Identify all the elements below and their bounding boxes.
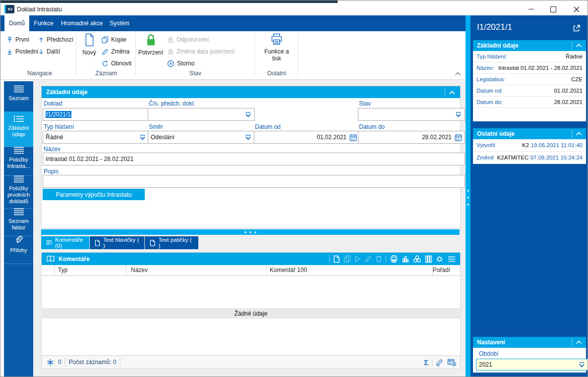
doklad-input[interactable]: I1/2021/1 bbox=[43, 108, 149, 121]
vertical-splitter[interactable] bbox=[466, 15, 470, 377]
tab-komentare[interactable]: Komentáře (0) bbox=[41, 236, 89, 249]
tab-hromadne-akce[interactable]: Hromadné akce bbox=[58, 15, 106, 31]
maximize-button[interactable] bbox=[545, 3, 562, 15]
refresh-button[interactable]: Obnovit bbox=[102, 59, 131, 68]
cancel-document-label: Storno bbox=[177, 60, 194, 67]
stav-input[interactable] bbox=[358, 108, 465, 121]
dropdown-lookup-icon[interactable] bbox=[244, 134, 252, 141]
popis-input[interactable] bbox=[43, 175, 465, 188]
tab-text-paticky[interactable]: Text patičky ( ) bbox=[145, 236, 198, 249]
parametry-vypoctu-button[interactable]: Parametry výpočtu Intrastatu bbox=[43, 189, 145, 200]
first-record-button[interactable]: První bbox=[6, 35, 29, 44]
preview-row: Název: Intrastat 01.02.2021 - 28.02.2021 bbox=[473, 62, 586, 74]
comments-grid-title: Komentáře bbox=[59, 256, 90, 263]
minimize-button[interactable] bbox=[523, 3, 539, 15]
typ-hlaseni-input[interactable]: Řádné bbox=[43, 131, 149, 144]
collapse-chevron-icon[interactable] bbox=[576, 340, 582, 344]
sum-sigma-icon[interactable]: Σ bbox=[424, 358, 428, 367]
column-header-komentar[interactable]: Komentář 100 bbox=[270, 267, 307, 273]
dropdown-lookup-icon[interactable] bbox=[455, 111, 462, 118]
tab-domu[interactable]: Domů bbox=[4, 15, 29, 31]
column-header-nazev[interactable]: Název bbox=[131, 267, 148, 273]
tab-funkce[interactable]: Funkce bbox=[31, 15, 56, 31]
calendar-icon[interactable] bbox=[455, 134, 462, 141]
open-detail-button[interactable] bbox=[572, 24, 581, 33]
edit-record-button[interactable]: Změna bbox=[102, 47, 129, 56]
sidebar-item-zakladni-udaje[interactable]: Základní údaje bbox=[4, 111, 33, 147]
datum-do-input[interactable]: 28.02.2021 bbox=[358, 131, 465, 144]
sidebar-item-prilohy[interactable]: Přílohy bbox=[4, 232, 33, 264]
datum-do-value: 28.02.2021 bbox=[422, 134, 452, 141]
grid-footer: 0 Počet záznamů: 0 Σ bbox=[42, 355, 460, 369]
next-record-button[interactable]: Další bbox=[38, 47, 60, 56]
last-record-button[interactable]: Poslední bbox=[6, 47, 39, 56]
flag-asterisk-icon[interactable] bbox=[47, 359, 54, 366]
tab-domu-label: Domů bbox=[9, 20, 25, 27]
predch-dokl-label: Čís. předch. dokl. bbox=[149, 100, 195, 107]
chevron-up-icon bbox=[455, 72, 461, 76]
collapse-chevron-icon[interactable] bbox=[576, 132, 582, 136]
close-icon bbox=[574, 6, 580, 12]
preview-settings-body: Období 2021 bbox=[473, 348, 586, 373]
chart-icon[interactable] bbox=[402, 255, 410, 263]
dropdown-lookup-icon[interactable] bbox=[578, 362, 586, 368]
ribbon-group-divider bbox=[254, 33, 255, 76]
nazev-label: Název bbox=[44, 146, 60, 153]
dropdown-lookup-icon[interactable] bbox=[244, 111, 252, 118]
datum-od-input[interactable]: 01.02.2021 bbox=[254, 131, 360, 144]
created-by-user: K2 bbox=[522, 142, 529, 148]
new-row-icon[interactable] bbox=[333, 255, 340, 263]
ribbon-group-navigace-label: Navigace bbox=[3, 69, 76, 78]
add-record-grid-icon[interactable] bbox=[447, 358, 456, 366]
sidebar-item-label: Položky prvotních dokladů bbox=[4, 185, 33, 205]
preview-basic-body: Typ hlášení: Řádné Název: Intrastat 01.0… bbox=[473, 51, 586, 121]
nazev-input[interactable]: Intrastat 01.02.2021 - 28.02.2021 bbox=[43, 153, 465, 165]
splitter-dot bbox=[467, 190, 469, 192]
sidebar-item-polozky-prvotnich-dokladu[interactable]: Položky prvotních dokladů bbox=[4, 171, 33, 209]
calendar-icon[interactable] bbox=[350, 134, 357, 141]
sidebar-item-label: Základní údaje bbox=[4, 125, 33, 138]
copy-record-button[interactable]: Kopie bbox=[102, 35, 126, 44]
print-grid-icon[interactable] bbox=[390, 255, 398, 263]
quick-edit-icon[interactable] bbox=[436, 359, 443, 366]
edit-row-icon bbox=[364, 255, 372, 263]
divider bbox=[572, 338, 572, 346]
grid-menu-icon[interactable] bbox=[448, 256, 456, 262]
new-record-button[interactable]: Nový bbox=[78, 33, 101, 56]
splitter-dot bbox=[254, 231, 256, 233]
preview-row-label: Název: bbox=[476, 65, 494, 71]
predch-dokl-input[interactable] bbox=[148, 108, 255, 121]
tab-text-hlavicky-label: Text hlavičky ( ) bbox=[103, 237, 139, 249]
preview-basic-header: Základní údaje bbox=[473, 40, 586, 51]
splitter-dot bbox=[244, 231, 246, 233]
dropdown-lookup-icon[interactable] bbox=[139, 134, 146, 141]
title-bar: K2 Doklad Intrastatu bbox=[0, 3, 588, 15]
tab-text-hlavicky[interactable]: Text hlavičky ( ) bbox=[90, 236, 144, 249]
ribbon-collapse-button[interactable] bbox=[455, 72, 461, 76]
cancel-document-button[interactable]: Storno bbox=[167, 59, 194, 68]
preview-row-value: 01.02.2021 bbox=[554, 88, 583, 94]
collapse-chevron-icon[interactable] bbox=[576, 44, 582, 48]
comments-grid-panel: Komentáře Typ Název Komentář 100 bbox=[41, 252, 461, 369]
typ-hlaseni-label: Typ hlášení bbox=[44, 123, 74, 130]
sidebar-item-seznam[interactable]: Seznam bbox=[4, 81, 33, 115]
obdobi-input[interactable]: 2021 bbox=[476, 359, 588, 371]
collapse-chevron-icon[interactable] bbox=[449, 90, 456, 95]
grid-settings-gear-icon[interactable] bbox=[436, 255, 444, 263]
functions-print-button[interactable]: Funkce a tisk bbox=[262, 33, 291, 62]
stav-label: Stav bbox=[359, 100, 371, 107]
smer-input[interactable]: Odeslání bbox=[148, 131, 255, 144]
analysis-clover-icon[interactable] bbox=[413, 255, 421, 263]
columns-icon[interactable] bbox=[425, 255, 432, 263]
detail-list-icon bbox=[13, 115, 24, 122]
horizontal-splitter[interactable] bbox=[41, 229, 460, 235]
created-timestamp: 19.05.2021 11:01:40 bbox=[530, 142, 583, 148]
previous-record-button[interactable]: Předchozí bbox=[38, 35, 73, 44]
close-button[interactable] bbox=[568, 3, 585, 15]
column-header-typ[interactable]: Typ bbox=[58, 267, 67, 273]
sidebar-item-polozky-intrastatu[interactable]: Položky Intrasta... bbox=[4, 143, 33, 176]
column-header-poradi[interactable]: Pořadí bbox=[433, 267, 450, 273]
tab-system[interactable]: Systém bbox=[107, 15, 132, 31]
smer-label: Směr bbox=[149, 123, 163, 130]
confirm-button[interactable]: Potvrzení bbox=[137, 33, 164, 56]
